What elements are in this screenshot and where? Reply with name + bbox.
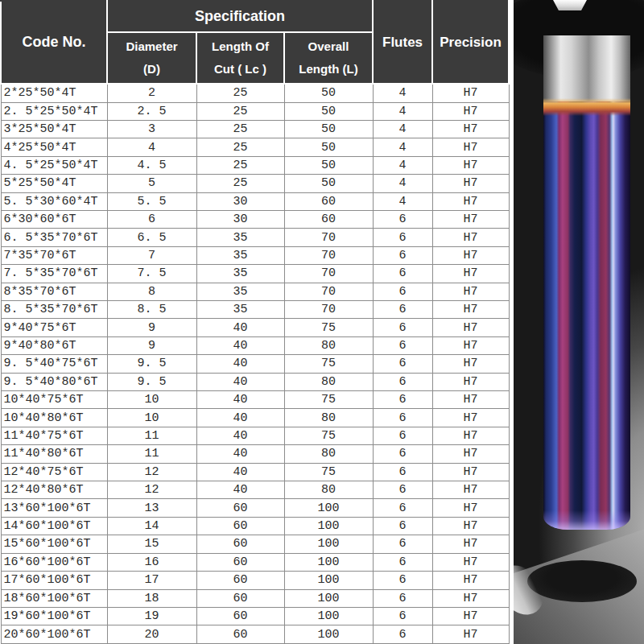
cell-precision: H7 (432, 319, 509, 336)
cell-length-of-cut: 60 (196, 607, 284, 625)
cell-code: 12*40*80*6T (1, 481, 107, 499)
reamer-tool (543, 35, 630, 530)
cell-code: 9*40*80*6T (1, 336, 107, 354)
cell-length-of-cut: 30 (196, 192, 284, 210)
cell-overall-length: 80 (284, 409, 373, 427)
cell-flutes: 4 (373, 102, 432, 120)
cell-overall-length: 70 (284, 265, 373, 283)
cell-code: 20*60*100*6T (1, 625, 107, 644)
cell-code: 6*30*60*6T (1, 210, 107, 228)
cell-precision: H7 (432, 553, 509, 571)
cell-length-of-cut: 40 (196, 391, 284, 409)
cell-overall-length: 50 (284, 84, 373, 102)
cell-overall-length: 100 (284, 572, 373, 589)
cell-overall-length: 70 (284, 246, 373, 264)
table-row: 17*60*100*6T17601006H7 (1, 572, 509, 589)
table-row: 9. 5*40*80*6T9. 540806H7 (1, 373, 509, 390)
cell-overall-length: 100 (284, 589, 373, 607)
table-row: 2*25*50*4T225504H7 (1, 84, 509, 102)
cell-code: 12*40*75*6T (1, 463, 107, 481)
cell-length-of-cut: 25 (196, 120, 284, 138)
header-overall-length: Overall Length (L) (284, 32, 373, 84)
cell-length-of-cut: 35 (196, 301, 284, 319)
cell-flutes: 4 (373, 120, 432, 138)
cell-code: 19*60*100*6T (1, 607, 107, 625)
cell-overall-length: 80 (284, 373, 373, 390)
cell-diameter: 10 (107, 391, 196, 409)
cell-overall-length: 75 (284, 427, 373, 444)
cell-length-of-cut: 30 (196, 210, 284, 228)
cell-code: 10*40*75*6T (1, 391, 107, 409)
cell-length-of-cut: 60 (196, 572, 284, 589)
cell-flutes: 4 (373, 138, 432, 156)
table-row: 5. 5*30*60*4T5. 530604H7 (1, 192, 509, 210)
header-overall-line1: Overall (285, 35, 372, 59)
cell-precision: H7 (432, 192, 509, 210)
cell-flutes: 6 (373, 336, 432, 354)
cell-diameter: 8. 5 (107, 301, 196, 319)
cell-diameter: 6 (107, 210, 196, 228)
table-row: 10*40*80*6T1040806H7 (1, 409, 509, 427)
table-row: 13*60*100*6T13601006H7 (1, 499, 509, 517)
cell-precision: H7 (432, 535, 509, 553)
cell-precision: H7 (432, 246, 509, 264)
cell-flutes: 4 (373, 175, 432, 192)
cell-code: 2. 5*25*50*4T (1, 102, 107, 120)
cell-overall-length: 50 (284, 102, 373, 120)
cell-flutes: 6 (373, 373, 432, 390)
cell-precision: H7 (432, 499, 509, 517)
cell-code: 5*25*50*4T (1, 175, 107, 192)
cell-code: 2*25*50*4T (1, 84, 107, 102)
cell-precision: H7 (432, 517, 509, 535)
cell-overall-length: 70 (284, 301, 373, 319)
table-row: 12*40*80*6T1240806H7 (1, 481, 509, 499)
cell-diameter: 19 (107, 607, 196, 625)
cell-overall-length: 50 (284, 156, 373, 174)
cell-flutes: 6 (373, 517, 432, 535)
cell-precision: H7 (432, 373, 509, 390)
cell-length-of-cut: 60 (196, 517, 284, 535)
table-row: 7*35*70*6T735706H7 (1, 246, 509, 264)
cell-code: 3*25*50*4T (1, 120, 107, 138)
table-row: 5*25*50*4T525504H7 (1, 175, 509, 192)
cell-code: 17*60*100*6T (1, 572, 107, 589)
table-row: 9*40*75*6T940756H7 (1, 319, 509, 336)
cell-diameter: 20 (107, 625, 196, 644)
cell-flutes: 6 (373, 607, 432, 625)
cell-code: 8*35*70*6T (1, 283, 107, 300)
cell-overall-length: 50 (284, 120, 373, 138)
cell-code: 6. 5*35*70*6T (1, 229, 107, 246)
cell-diameter: 14 (107, 517, 196, 535)
cell-precision: H7 (432, 607, 509, 625)
cell-flutes: 6 (373, 625, 432, 644)
cell-length-of-cut: 35 (196, 283, 284, 300)
cell-diameter: 9 (107, 319, 196, 336)
table-body: 2*25*50*4T225504H72. 5*25*50*4T2. 525504… (1, 84, 509, 644)
cell-code: 4*25*50*4T (1, 138, 107, 156)
cell-code: 8. 5*35*70*6T (1, 301, 107, 319)
table-row: 20*60*100*6T20601006H7 (1, 625, 509, 644)
cell-precision: H7 (432, 156, 509, 174)
table-header: Code No. Specification Flutes Precision … (1, 1, 509, 84)
cell-flutes: 6 (373, 409, 432, 427)
cell-precision: H7 (432, 120, 509, 138)
cell-precision: H7 (432, 102, 509, 120)
cell-precision: H7 (432, 229, 509, 246)
cell-length-of-cut: 40 (196, 336, 284, 354)
cell-length-of-cut: 25 (196, 156, 284, 174)
spec-table-container: Code No. Specification Flutes Precision … (0, 0, 508, 644)
cell-overall-length: 75 (284, 355, 373, 373)
cell-diameter: 9. 5 (107, 355, 196, 373)
cell-diameter: 13 (107, 499, 196, 517)
cell-code: 9. 5*40*75*6T (1, 355, 107, 373)
cell-code: 7. 5*35*70*6T (1, 265, 107, 283)
cell-length-of-cut: 40 (196, 319, 284, 336)
header-diameter-line2: (D) (108, 58, 196, 81)
table-row: 6. 5*35*70*6T6. 535706H7 (1, 229, 509, 246)
cell-flutes: 6 (373, 265, 432, 283)
table-row: 6*30*60*6T630606H7 (1, 210, 509, 228)
cell-length-of-cut: 40 (196, 427, 284, 444)
cell-length-of-cut: 40 (196, 409, 284, 427)
cell-precision: H7 (432, 589, 509, 607)
cell-precision: H7 (432, 445, 509, 463)
